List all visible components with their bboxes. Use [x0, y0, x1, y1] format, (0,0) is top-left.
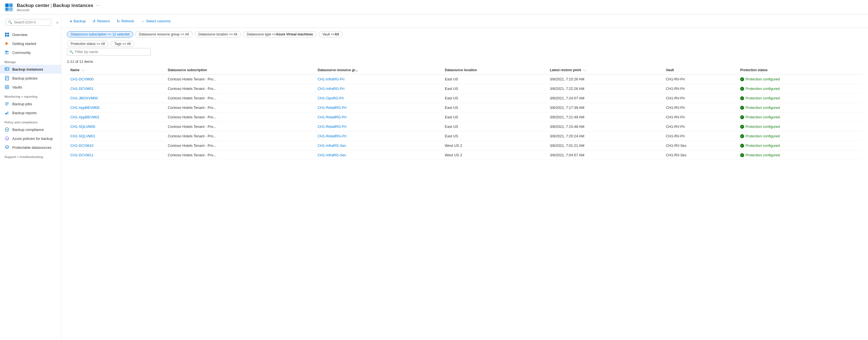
header-subtitle: Microsoft — [17, 8, 101, 12]
arrow-right-icon: → — [141, 19, 145, 24]
cell-restore-point: 3/8/2021, 7:04:57 AM — [547, 151, 662, 160]
cell-vault: CH1-RV-Pri — [662, 131, 737, 141]
table-row[interactable]: CH1-AppBEVM00 Contoso Hotels Tenant - Pr… — [67, 103, 862, 113]
table-row[interactable]: CH1-DCVM11 Contoso Hotels Tenant - Pro..… — [67, 151, 862, 160]
sidebar-item-azure-policies[interactable]: Az Azure policies for backup — [0, 134, 61, 143]
cell-vault: CH1-RV-Pri — [662, 94, 737, 103]
cell-subscription: Contoso Hotels Tenant - Pro... — [164, 94, 314, 103]
header-text: Backup center | Backup instances ··· Mic… — [17, 3, 101, 12]
table-container: Name ↑↓ Datasource subscription Datasour… — [61, 66, 868, 160]
cell-location: East US — [441, 113, 547, 122]
select-columns-button[interactable]: → Select columns — [138, 18, 173, 25]
protection-check-icon: ✓ — [740, 134, 744, 138]
search-input[interactable] — [14, 20, 49, 24]
cell-name: CH1-DCVM00 — [67, 74, 164, 84]
section-label-support: Support + troubleshooting — [0, 152, 61, 160]
sidebar-label-backup-policies: Backup policies — [12, 76, 37, 81]
filter-datasource-subscription[interactable]: Datasource subscription == 12 selected — [67, 31, 133, 37]
cell-protection-status: ✓ Protection configured — [737, 74, 862, 84]
sidebar-item-vaults[interactable]: Vaults — [0, 83, 61, 92]
cell-location: East US — [441, 94, 547, 103]
sidebar-item-backup-policies[interactable]: Backup policies — [0, 74, 61, 83]
name-filter-input[interactable] — [67, 48, 151, 56]
getting-started-icon — [4, 41, 9, 46]
sidebar-item-backup-instances[interactable]: Backup instances — [0, 65, 61, 74]
cell-protection-status: ✓ Protection configured — [737, 113, 862, 122]
sidebar-label-backup-instances: Backup instances — [12, 67, 43, 71]
cell-protection-status: ✓ Protection configured — [737, 94, 862, 103]
protection-check-icon: ✓ — [740, 153, 744, 157]
table-row[interactable]: CH1-AppBEVM01 Contoso Hotels Tenant - Pr… — [67, 113, 862, 122]
cell-subscription: Contoso Hotels Tenant - Pro... — [164, 74, 314, 84]
sidebar-label-backup-compliance: Backup compliance — [12, 128, 44, 132]
protection-check-icon: ✓ — [740, 144, 744, 148]
app-logo — [4, 3, 13, 12]
plus-icon: + — [70, 19, 72, 24]
azure-policies-icon: Az — [4, 136, 9, 141]
section-label-policy: Policy and compliance — [0, 117, 61, 125]
svg-text:Az: Az — [6, 137, 9, 140]
cell-restore-point: 3/8/2021, 7:17:39 AM — [547, 103, 662, 113]
svg-marker-9 — [6, 42, 8, 45]
sidebar-item-community[interactable]: Community — [0, 48, 61, 57]
search-box[interactable]: 🔍 — [6, 19, 51, 26]
filter-vault[interactable]: Vault == All — [319, 31, 342, 37]
cell-protection-status: ✓ Protection configured — [737, 151, 862, 160]
filter-datasource-resource-group[interactable]: Datasource resource group == All — [135, 31, 193, 37]
backup-button[interactable]: + Backup — [67, 17, 89, 25]
svg-point-21 — [7, 87, 7, 87]
table-row[interactable]: CH1-SQLVM00 Contoso Hotels Tenant - Pro.… — [67, 122, 862, 131]
protection-check-icon: ✓ — [740, 115, 744, 119]
community-icon — [4, 50, 9, 55]
cell-resource-group: CH1-OpsRG-Pri — [314, 94, 441, 103]
sidebar-item-getting-started[interactable]: Getting started — [0, 39, 61, 48]
vaults-icon — [4, 85, 9, 90]
filter-datasource-location[interactable]: Datasource location == All — [195, 31, 241, 37]
svg-point-10 — [5, 51, 7, 53]
col-header-subscription: Datasource subscription — [164, 66, 314, 74]
filter-search-icon: 🔍 — [69, 50, 73, 54]
sidebar-item-protectable-datasources[interactable]: Protectable datasources — [0, 143, 61, 152]
app-title: Backup center — [17, 3, 50, 8]
cell-resource-group: CH1-RetailRG-Pri — [314, 122, 441, 131]
name-sort-icon[interactable]: ↑↓ — [82, 69, 84, 72]
filter-tags[interactable]: Tags == All — [111, 41, 134, 47]
cell-restore-point: 3/8/2021, 7:21:49 AM — [547, 113, 662, 122]
svg-rect-27 — [7, 112, 8, 115]
filter-protection-status[interactable]: Protection status == All — [67, 41, 108, 47]
section-label-manage: Manage — [0, 57, 61, 65]
table-row[interactable]: CH1-JBOXVM00 Contoso Hotels Tenant - Pro… — [67, 94, 862, 103]
cell-resource-group: CH1-InfraRG-Pri — [314, 84, 441, 94]
cell-vault: CH1-RV-Pri — [662, 84, 737, 94]
protection-check-icon: ✓ — [740, 125, 744, 129]
cell-restore-point: 3/8/2021, 7:22:26 AM — [547, 84, 662, 94]
restore-button[interactable]: ↺ Restore — [90, 18, 113, 25]
page-title: Backup instances — [53, 3, 93, 8]
cell-protection-status: ✓ Protection configured — [737, 131, 862, 141]
refresh-button[interactable]: ↻ Refresh — [114, 18, 137, 25]
more-button[interactable]: ··· — [96, 3, 100, 8]
col-header-protection-status: Protection status — [737, 66, 862, 74]
table-row[interactable]: CH1-SQLVM01 Contoso Hotels Tenant - Pro.… — [67, 131, 862, 141]
filter-datasource-type[interactable]: Datasource type == Azure Virtual machine… — [243, 31, 316, 37]
restore-sort-icon[interactable]: ↑↓ — [583, 69, 586, 72]
cell-vault: CH1-RV-Pri — [662, 113, 737, 122]
content-area: + Backup ↺ Restore ↻ Refresh → Select co… — [61, 14, 868, 340]
sidebar-item-backup-reports[interactable]: Backup reports — [0, 108, 61, 117]
sidebar-item-overview[interactable]: Overview — [0, 30, 61, 39]
sidebar-item-backup-compliance[interactable]: Backup compliance — [0, 125, 61, 134]
svg-rect-8 — [7, 35, 9, 37]
table-row[interactable]: CH1-DCVM10 Contoso Hotels Tenant - Pro..… — [67, 141, 862, 151]
sidebar-label-backup-jobs: Backup jobs — [12, 102, 32, 106]
backup-policies-icon — [4, 75, 9, 81]
svg-rect-5 — [5, 33, 7, 34]
sidebar-item-backup-jobs[interactable]: Backup jobs — [0, 99, 61, 108]
cell-restore-point: 3/8/2021, 7:15:48 AM — [547, 122, 662, 131]
backup-instances-icon — [4, 67, 9, 72]
table-row[interactable]: CH1-DCVM01 Contoso Hotels Tenant - Pro..… — [67, 84, 862, 94]
collapse-button[interactable]: « — [56, 20, 58, 25]
protection-check-icon: ✓ — [740, 87, 744, 91]
cell-vault: CH1-RV-Sec — [662, 151, 737, 160]
cell-location: West US 2 — [441, 141, 547, 151]
table-row[interactable]: CH1-DCVM00 Contoso Hotels Tenant - Pro..… — [67, 74, 862, 84]
